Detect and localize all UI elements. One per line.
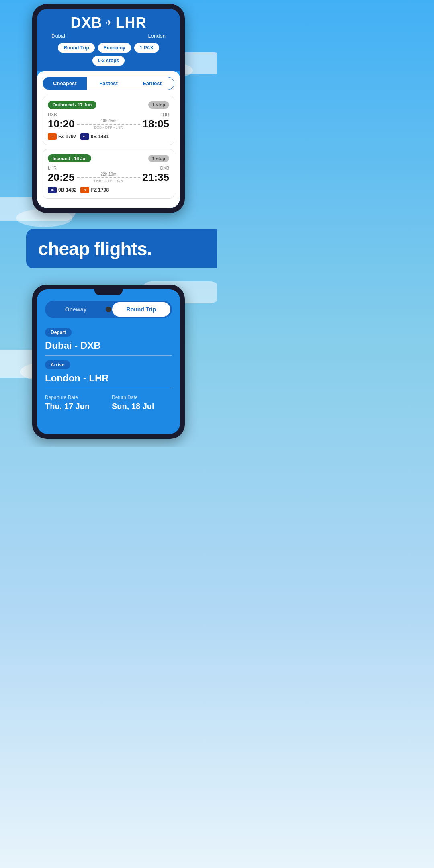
plane-icon: ✈ — [106, 18, 113, 28]
filter-pills: Round Trip Economy 1 PAX 0-2 stops — [43, 43, 174, 71]
outbound-airline-code-2: 0B 1431 — [91, 134, 109, 139]
search-form: Depart Dubai - DXB Arrive London - LHR D… — [37, 324, 180, 419]
oneway-tab[interactable]: Oneway — [47, 302, 105, 317]
arrive-label: Arrive — [45, 360, 70, 369]
outbound-header: Outbound - 17 Jun 1 stop — [48, 101, 169, 109]
phone-frame-bottom: Oneway Round Trip Depart Dubai - DXB Arr… — [32, 285, 185, 439]
phone-screen-top: DXB ✈ LHR Dubai London Round Trip Econom… — [37, 9, 180, 208]
inbound-airports: LHR DXB — [48, 166, 169, 170]
dashed-line — [77, 124, 140, 125]
inbound-depart-time: 20:25 — [48, 171, 75, 184]
departure-date-label: Departure Date — [45, 395, 105, 400]
phone-frame-top: DXB ✈ LHR Dubai London Round Trip Econom… — [32, 4, 185, 213]
outbound-from: DXB — [48, 112, 57, 117]
tab-fastest[interactable]: Fastest — [87, 77, 131, 90]
outbound-route-middle: 10h 45m DXB - OTP - LHR — [75, 119, 143, 129]
top-phone: DXB ✈ LHR Dubai London Round Trip Econom… — [32, 4, 185, 213]
return-date-label: Return Date — [112, 395, 172, 400]
dest-city: London — [148, 33, 166, 39]
dest-code: LHR — [116, 14, 147, 31]
inbound-airline-code-1: 0B 1432 — [58, 187, 76, 193]
origin-code: DXB — [70, 14, 102, 31]
departure-date-block[interactable]: Departure Date Thu, 17 Jun — [45, 395, 105, 411]
trip-toggle[interactable]: Oneway Round Trip — [45, 301, 172, 318]
inbound-airline-code-2: FZ 1798 — [91, 187, 109, 193]
outbound-times: 10:20 10h 45m DXB - OTP - LHR 18:05 — [48, 118, 169, 130]
cheap-banner: cheap flights. — [0, 221, 217, 276]
outbound-arrive-time: 18:05 — [143, 118, 170, 130]
sort-tabs: Cheapest Fastest Earliest — [43, 77, 174, 90]
phone-notch — [94, 289, 123, 295]
cabin-pill[interactable]: Economy — [98, 43, 131, 53]
arrive-divider — [45, 388, 172, 388]
outbound-airline-logo-1: FZ — [48, 133, 57, 140]
city-names-row: Dubai London — [43, 33, 174, 39]
dashed-line-2 — [77, 177, 140, 178]
results-area: Cheapest Fastest Earliest Outbound - 17 … — [37, 71, 180, 208]
inbound-to: DXB — [160, 166, 169, 170]
tab-earliest[interactable]: Earliest — [130, 77, 174, 90]
inbound-airline-logo-1: 0B — [48, 187, 57, 193]
pax-pill[interactable]: 1 PAX — [134, 43, 159, 53]
cheap-box: cheap flights. — [26, 229, 217, 268]
return-date-block[interactable]: Return Date Sun, 18 Jul — [112, 395, 172, 411]
inbound-via: LHR - OTP - DXB — [94, 179, 123, 183]
trip-type-pill[interactable]: Round Trip — [58, 43, 94, 53]
outbound-via: DXB - OTP - LHR — [94, 125, 123, 129]
outbound-airline-1: FZ FZ 1797 — [48, 133, 76, 140]
inbound-from: LHR — [48, 166, 57, 170]
inbound-airline-2: FZ FZ 1798 — [80, 187, 109, 193]
flight-header: DXB ✈ LHR Dubai London Round Trip Econom… — [37, 9, 180, 71]
roundtrip-tab[interactable]: Round Trip — [112, 302, 170, 317]
outbound-airports: DXB LHR — [48, 112, 169, 117]
inbound-arrive-time: 21:35 — [143, 171, 170, 184]
departure-date-value: Thu, 17 Jun — [45, 402, 105, 411]
depart-value[interactable]: Dubai - DXB — [45, 340, 172, 351]
inbound-duration: 22h 10m — [101, 172, 117, 176]
route-row: DXB ✈ LHR — [43, 14, 174, 31]
toggle-dot — [106, 307, 111, 312]
phone-screen-bottom: Oneway Round Trip Depart Dubai - DXB Arr… — [37, 289, 180, 434]
outbound-stops: 1 stop — [148, 101, 169, 108]
dates-row: Departure Date Thu, 17 Jun Return Date S… — [45, 393, 172, 411]
outbound-depart-time: 10:20 — [48, 118, 75, 130]
outbound-duration: 10h 45m — [101, 119, 117, 123]
inbound-airlines: 0B 0B 1432 FZ FZ 1798 — [48, 187, 169, 193]
stops-pill[interactable]: 0-2 stops — [92, 56, 125, 66]
origin-city: Dubai — [51, 33, 65, 39]
inbound-airline-1: 0B 0B 1432 — [48, 187, 76, 193]
outbound-airline-code-1: FZ 1797 — [58, 134, 76, 139]
outbound-to: LHR — [160, 112, 169, 117]
arrive-value[interactable]: London - LHR — [45, 373, 172, 384]
inbound-label: Inbound - 18 Jul — [48, 154, 91, 162]
depart-divider — [45, 355, 172, 356]
inbound-airline-logo-2: FZ — [80, 187, 89, 193]
cheap-text: cheap flights. — [38, 238, 151, 259]
outbound-label: Outbound - 17 Jun — [48, 101, 96, 109]
outbound-segment[interactable]: Outbound - 17 Jun 1 stop DXB LHR 10:20 1… — [43, 96, 174, 145]
tab-cheapest[interactable]: Cheapest — [43, 77, 87, 90]
inbound-stops: 1 stop — [148, 155, 169, 162]
inbound-times: 20:25 22h 10m LHR - OTP - DXB 21:35 — [48, 171, 169, 184]
inbound-segment[interactable]: Inbound - 18 Jul 1 stop LHR DXB 20:25 22… — [43, 149, 174, 199]
return-date-value: Sun, 18 Jul — [112, 402, 172, 411]
depart-label: Depart — [45, 328, 72, 337]
inbound-route-middle: 22h 10m LHR - OTP - DXB — [75, 172, 143, 183]
outbound-airlines: FZ FZ 1797 0B 0B 1431 — [48, 133, 169, 140]
bottom-phone: Oneway Round Trip Depart Dubai - DXB Arr… — [32, 285, 185, 439]
inbound-header: Inbound - 18 Jul 1 stop — [48, 154, 169, 162]
outbound-airline-2: 0B 0B 1431 — [80, 133, 109, 140]
outbound-airline-logo-2: 0B — [80, 133, 89, 140]
